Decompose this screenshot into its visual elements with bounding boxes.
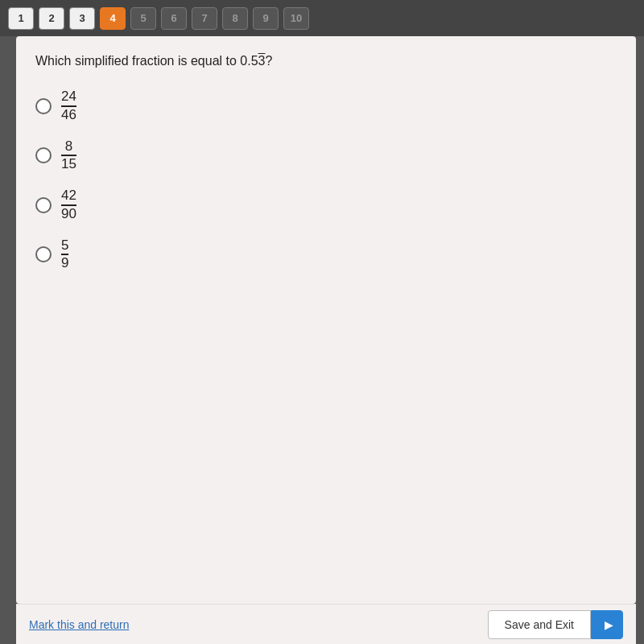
- question-num-btn-2[interactable]: 2: [39, 7, 64, 30]
- mark-return-button[interactable]: Mark this and return: [29, 618, 130, 631]
- question-num-btn-4[interactable]: 4: [100, 7, 126, 30]
- options-list: 2446815429059: [35, 89, 617, 588]
- question-num-btn-6[interactable]: 6: [161, 7, 187, 30]
- fraction-2: 815: [61, 139, 76, 172]
- question-num-btn-5[interactable]: 5: [130, 7, 156, 30]
- fraction-3: 4290: [61, 188, 76, 221]
- question-num-btn-9[interactable]: 9: [253, 7, 279, 30]
- radio-4[interactable]: [35, 246, 52, 262]
- question-num-btn-7[interactable]: 7: [192, 7, 217, 30]
- denominator-3: 90: [61, 206, 76, 222]
- option-item-1[interactable]: 2446: [35, 89, 617, 122]
- bottom-buttons: Save and Exit ▶: [488, 610, 623, 639]
- save-exit-button[interactable]: Save and Exit: [488, 610, 591, 639]
- question-text: Which simplified fraction is equal to 0.…: [35, 52, 617, 70]
- numerator-4: 5: [61, 238, 68, 256]
- fraction-1: 2446: [61, 89, 76, 122]
- denominator-2: 15: [61, 156, 76, 172]
- radio-1[interactable]: [35, 98, 52, 114]
- radio-3[interactable]: [35, 197, 52, 213]
- option-item-2[interactable]: 815: [35, 139, 617, 172]
- numerator-2: 8: [61, 139, 76, 157]
- denominator-1: 46: [61, 107, 76, 123]
- question-text-before: Which simplified fraction is equal to: [35, 54, 240, 68]
- next-button[interactable]: ▶: [591, 610, 623, 639]
- question-num-btn-1[interactable]: 1: [8, 7, 34, 30]
- numerator-3: 42: [61, 188, 76, 206]
- question-num-btn-3[interactable]: 3: [69, 7, 95, 30]
- question-num-btn-8[interactable]: 8: [222, 7, 248, 30]
- question-text-after: ?: [265, 54, 272, 68]
- option-item-4[interactable]: 59: [35, 238, 617, 271]
- outer-container: 12345678910 Which simplified fraction is…: [0, 0, 644, 644]
- numerator-1: 24: [61, 89, 76, 107]
- decimal-value: 0.5: [240, 54, 258, 68]
- question-nav-bar: 12345678910: [0, 0, 644, 36]
- option-item-3[interactable]: 4290: [35, 188, 617, 221]
- radio-2[interactable]: [35, 147, 52, 163]
- main-panel: Which simplified fraction is equal to 0.…: [16, 36, 636, 604]
- question-num-btn-10[interactable]: 10: [283, 7, 309, 30]
- denominator-4: 9: [61, 255, 68, 271]
- fraction-4: 59: [61, 238, 68, 271]
- bottom-bar: Mark this and return Save and Exit ▶: [16, 604, 636, 644]
